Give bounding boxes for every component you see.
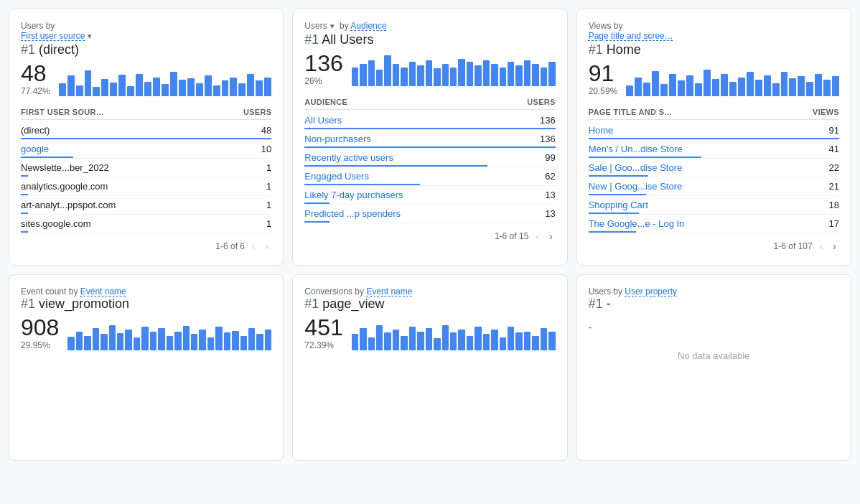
- table-row: sites.google.com 1: [21, 215, 271, 233]
- col1-header: FIRST USER SOUR…: [21, 108, 104, 116]
- card-label-top: Users by: [21, 21, 271, 31]
- row-val: 18: [829, 200, 839, 210]
- chart-bar: [548, 332, 555, 350]
- row-label[interactable]: The Google...e - Log In: [589, 218, 685, 229]
- chart-bar: [376, 325, 383, 350]
- summary-text: -: [589, 316, 592, 333]
- first-user-source-link[interactable]: First user source: [21, 31, 85, 41]
- summary-row: 451 72.39%: [304, 316, 555, 350]
- mini-chart: [67, 316, 271, 350]
- chart-bar: [150, 332, 156, 350]
- chart-bar: [806, 82, 813, 96]
- row-val: 136: [540, 115, 556, 126]
- card-header: Users by User property #1 -: [589, 286, 839, 312]
- chart-bar: [541, 67, 547, 86]
- chart-bar: [508, 62, 514, 86]
- chart-bar: [491, 330, 497, 350]
- chart-bar: [248, 328, 255, 350]
- card-header: Event count by Event name #1 view_promot…: [21, 286, 271, 312]
- next-page-button[interactable]: ›: [263, 239, 272, 253]
- chart-bar: [199, 330, 205, 350]
- next-page-button[interactable]: ›: [546, 229, 556, 243]
- chart-bar: [458, 59, 464, 86]
- chart-bar: [101, 334, 107, 350]
- table-header: FIRST USER SOUR… USERS: [21, 105, 271, 120]
- chart-bar: [832, 76, 839, 96]
- pagination: 1-6 of 107 ‹ ›: [589, 239, 839, 253]
- chart-bar: [467, 336, 473, 350]
- row-val: 62: [545, 171, 555, 182]
- chart-bar: [738, 78, 745, 96]
- chart-bar: [541, 328, 547, 350]
- users-dropdown-icon[interactable]: ▾: [330, 22, 335, 31]
- chart-bar: [755, 80, 762, 96]
- chart-bar: [515, 332, 522, 350]
- table-row: art-analyt...ppspot.com 1: [21, 196, 271, 215]
- row-val: 99: [545, 152, 555, 163]
- row-label[interactable]: Likely 7-day purchasers: [304, 190, 403, 200]
- prev-page-button[interactable]: ‹: [249, 239, 258, 253]
- summary-row: 136 26%: [304, 52, 555, 86]
- prev-page-button[interactable]: ‹: [817, 239, 826, 253]
- row-label[interactable]: Non-purchasers: [304, 134, 371, 144]
- row-val: 13: [545, 208, 555, 219]
- card-header: Conversions by Event name #1 page_view: [304, 286, 555, 312]
- pct: 20.59%: [589, 86, 618, 96]
- row-label[interactable]: Engaged Users: [304, 171, 369, 182]
- summary-row: -: [589, 316, 839, 333]
- row-label[interactable]: New | Goog...ise Store: [589, 181, 683, 192]
- prev-page-button[interactable]: ‹: [533, 229, 542, 243]
- page-title-link[interactable]: Page title and scree…: [589, 31, 673, 41]
- row-label[interactable]: Home: [589, 125, 614, 136]
- row-label[interactable]: Predicted ...p spenders: [304, 208, 401, 219]
- chart-bar: [475, 327, 481, 350]
- row-label[interactable]: All Users: [304, 115, 342, 126]
- chart-bar: [483, 60, 490, 86]
- chart-bar: [187, 78, 195, 96]
- row-val: 48: [261, 125, 271, 136]
- rank-num: #1: [589, 297, 603, 311]
- table-row: New | Goog...ise Store 21: [589, 177, 839, 196]
- chart-bar: [67, 75, 75, 96]
- chart-bar: [224, 332, 230, 350]
- dropdown-icon[interactable]: ▾: [88, 32, 92, 41]
- row-val: 1: [266, 181, 271, 192]
- chart-bar: [712, 79, 719, 96]
- rank-num: #1: [21, 297, 35, 311]
- row-label[interactable]: Shopping Cart: [589, 200, 648, 210]
- summary-text: 451 72.39%: [304, 316, 342, 350]
- chart-bar: [729, 82, 737, 96]
- chart-bar: [158, 328, 164, 350]
- card-label-top: Conversions by Event name: [304, 286, 555, 297]
- row-label[interactable]: Sale | Goo...dise Store: [589, 162, 683, 173]
- chart-bar: [483, 334, 490, 350]
- chart-bar: [174, 332, 181, 350]
- chart-bar: [467, 62, 473, 86]
- audience-link[interactable]: Audience: [350, 21, 386, 31]
- row-label[interactable]: Men's / Un...dise Store: [589, 144, 683, 154]
- chart-bar: [59, 83, 66, 96]
- row-label[interactable]: Recently active users: [304, 152, 393, 163]
- chart-bar: [256, 80, 263, 96]
- row-label[interactable]: google: [21, 144, 49, 154]
- big-number: 451: [304, 316, 342, 339]
- rank-num: #1: [304, 297, 319, 311]
- chart-bar: [458, 330, 464, 350]
- row-val: 13: [545, 190, 555, 200]
- big-number: 136: [304, 52, 342, 75]
- chart-bar: [368, 337, 375, 350]
- chart-bar: [695, 83, 702, 96]
- next-page-button[interactable]: ›: [830, 239, 839, 253]
- pagination: 1-6 of 15 ‹ ›: [304, 229, 555, 243]
- card-header: Views by Page title and scree… #1 Home: [589, 21, 839, 57]
- chart-bar: [93, 87, 100, 96]
- chart-bar: [162, 84, 169, 96]
- col1-header: AUDIENCE: [304, 98, 347, 106]
- card-label-top: Views by: [589, 21, 839, 31]
- event-name-link[interactable]: Event name: [80, 286, 126, 297]
- summary-text: 908 29.95%: [21, 316, 59, 350]
- conversions-event-name-link[interactable]: Event name: [366, 286, 412, 297]
- chart-bar: [76, 332, 83, 350]
- row-val: 41: [829, 144, 839, 154]
- user-property-link[interactable]: User property: [625, 286, 677, 297]
